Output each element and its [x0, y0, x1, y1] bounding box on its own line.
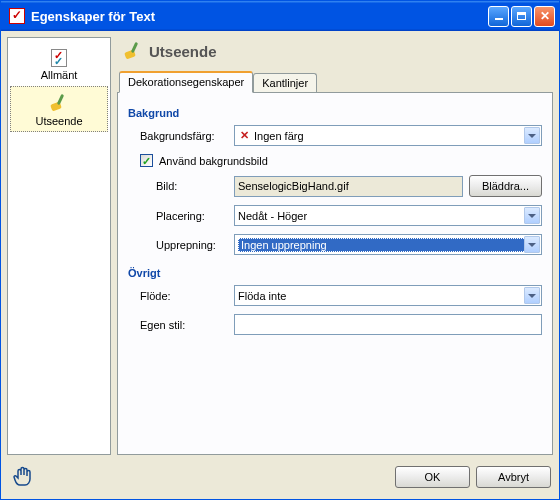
flow-value: Flöda inte — [238, 290, 538, 302]
chevron-down-icon[interactable] — [524, 127, 540, 144]
main-area: Allmänt Utseende Utseende Dekorationsege… — [7, 37, 553, 455]
bgcolor-label: Bakgrundsfärg: — [140, 130, 228, 142]
maximize-button[interactable] — [511, 6, 532, 27]
sidebar-item-general[interactable]: Allmänt — [10, 42, 108, 86]
content-header: Utseende — [117, 37, 553, 71]
content-panel: Utseende Dekorationsegenskaper Kantlinje… — [117, 37, 553, 455]
row-bgcolor: Bakgrundsfärg: Ingen färg — [140, 125, 542, 146]
tabpage-decoration: Bakgrund Bakgrundsfärg: Ingen färg — [117, 92, 553, 455]
cancel-button[interactable]: Avbryt — [476, 466, 551, 488]
position-value: Nedåt - Höger — [238, 210, 538, 222]
position-combo[interactable]: Nedåt - Höger — [234, 205, 542, 226]
flow-combo[interactable]: Flöda inte — [234, 285, 542, 306]
position-label: Placering: — [156, 210, 228, 222]
titlebar: Egenskaper för Text ✕ — [1, 1, 559, 31]
ownstyle-field[interactable] — [234, 314, 542, 335]
minimize-button[interactable] — [488, 6, 509, 27]
row-ownstyle: Egen stil: — [140, 314, 542, 335]
tab-label: Kantlinjer — [262, 77, 308, 89]
dialog-window: Egenskaper för Text ✕ Allmänt Utseende — [0, 0, 560, 500]
window-title: Egenskaper för Text — [29, 9, 488, 24]
use-bgimage-label: Använd bakgrundsbild — [159, 155, 268, 167]
footer: OK Avbryt — [7, 461, 553, 493]
brush-icon — [123, 41, 143, 61]
row-repeat: Upprepning: Ingen upprepning — [156, 234, 542, 255]
group-title-other: Övrigt — [128, 267, 542, 279]
repeat-combo[interactable]: Ingen upprepning — [234, 234, 542, 255]
tab-borders[interactable]: Kantlinjer — [253, 73, 317, 92]
app-icon — [9, 8, 25, 24]
sidebar-item-label: Utseende — [35, 115, 82, 127]
row-position: Placering: Nedåt - Höger — [156, 205, 542, 226]
no-color-icon — [238, 130, 250, 142]
row-flow: Flöde: Flöda inte — [140, 285, 542, 306]
window-controls: ✕ — [488, 6, 555, 27]
hand-icon — [11, 465, 35, 489]
chevron-down-icon[interactable] — [524, 236, 540, 253]
browse-button[interactable]: Bläddra... — [469, 175, 542, 197]
document-icon — [51, 49, 67, 67]
row-image: Bild: SenselogicBigHand.gif Bläddra... — [156, 175, 542, 197]
use-bgimage-checkbox[interactable] — [140, 154, 153, 167]
image-field: SenselogicBigHand.gif — [234, 176, 463, 197]
repeat-value: Ingen upprepning — [238, 238, 538, 252]
sidebar: Allmänt Utseende — [7, 37, 111, 455]
row-use-bgimage: Använd bakgrundsbild — [140, 154, 542, 167]
image-value: SenselogicBigHand.gif — [238, 180, 349, 192]
flow-label: Flöde: — [140, 290, 228, 302]
tab-label: Dekorationsegenskaper — [128, 76, 244, 88]
tabstrip: Dekorationsegenskaper Kantlinjer — [117, 71, 553, 92]
image-label: Bild: — [156, 180, 228, 192]
chevron-down-icon[interactable] — [524, 287, 540, 304]
ownstyle-label: Egen stil: — [140, 319, 228, 331]
close-button[interactable]: ✕ — [534, 6, 555, 27]
bgcolor-combo[interactable]: Ingen färg — [234, 125, 542, 146]
tab-decoration[interactable]: Dekorationsegenskaper — [119, 71, 253, 93]
group-title-background: Bakgrund — [128, 107, 542, 119]
sidebar-item-label: Allmänt — [41, 69, 78, 81]
chevron-down-icon[interactable] — [524, 207, 540, 224]
dialog-body: Allmänt Utseende Utseende Dekorationsege… — [1, 31, 559, 499]
ok-button[interactable]: OK — [395, 466, 470, 488]
bgcolor-value: Ingen färg — [238, 130, 538, 142]
sidebar-item-appearance[interactable]: Utseende — [10, 86, 108, 132]
repeat-label: Upprepning: — [156, 239, 228, 251]
page-title: Utseende — [149, 43, 217, 60]
brush-icon — [49, 93, 69, 113]
